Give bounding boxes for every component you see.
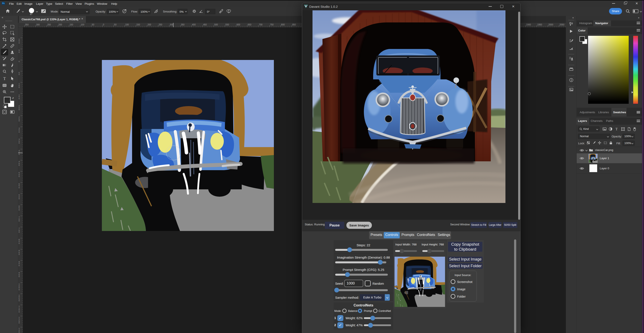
svg-text:250: 250 bbox=[159, 23, 162, 26]
svg-text:1900: 1900 bbox=[526, 23, 531, 26]
svg-text:850: 850 bbox=[292, 23, 296, 26]
svg-text:250: 250 bbox=[18, 116, 20, 122]
svg-text:200: 200 bbox=[18, 105, 20, 111]
svg-text:750: 750 bbox=[270, 23, 274, 26]
svg-text:650: 650 bbox=[248, 23, 252, 26]
svg-text:150: 150 bbox=[18, 94, 20, 100]
svg-text:250: 250 bbox=[47, 23, 51, 26]
svg-text:100: 100 bbox=[125, 23, 129, 26]
svg-text:800: 800 bbox=[18, 239, 20, 244]
svg-text:350: 350 bbox=[25, 23, 29, 26]
svg-text:50: 50 bbox=[18, 49, 20, 53]
svg-text:50: 50 bbox=[114, 23, 117, 26]
svg-text:450: 450 bbox=[18, 160, 20, 166]
svg-text:800: 800 bbox=[281, 23, 285, 26]
svg-text:50: 50 bbox=[18, 72, 20, 76]
svg-text:450: 450 bbox=[203, 23, 207, 26]
svg-text:750: 750 bbox=[18, 227, 20, 233]
svg-text:2050: 2050 bbox=[560, 23, 564, 26]
svg-text:300: 300 bbox=[18, 127, 20, 133]
svg-text:400: 400 bbox=[192, 23, 196, 26]
svg-text:2000: 2000 bbox=[548, 23, 553, 26]
svg-text:950: 950 bbox=[18, 272, 20, 278]
svg-text:200: 200 bbox=[148, 23, 151, 26]
svg-text:350: 350 bbox=[181, 23, 184, 26]
svg-text:150: 150 bbox=[136, 23, 140, 26]
svg-text:550: 550 bbox=[18, 183, 20, 189]
svg-text:100: 100 bbox=[18, 83, 20, 88]
svg-text:550: 550 bbox=[226, 23, 229, 26]
svg-text:200: 200 bbox=[58, 23, 62, 26]
svg-text:100: 100 bbox=[18, 38, 20, 44]
svg-text:600: 600 bbox=[236, 23, 240, 26]
svg-text:1150: 1150 bbox=[18, 317, 20, 324]
svg-text:300: 300 bbox=[170, 23, 174, 26]
svg-text:50: 50 bbox=[92, 23, 94, 26]
svg-text:100: 100 bbox=[81, 23, 84, 26]
svg-text:350: 350 bbox=[18, 138, 20, 144]
svg-text:1000: 1000 bbox=[18, 283, 20, 291]
svg-text:1100: 1100 bbox=[18, 305, 20, 313]
svg-text:T: T bbox=[3, 76, 6, 81]
svg-text:500: 500 bbox=[18, 172, 20, 178]
svg-text:300: 300 bbox=[36, 23, 40, 26]
svg-text:150: 150 bbox=[70, 23, 73, 26]
svg-text:900: 900 bbox=[18, 261, 20, 267]
svg-text:650: 650 bbox=[18, 205, 20, 211]
svg-text:1950: 1950 bbox=[537, 23, 542, 26]
svg-text:600: 600 bbox=[18, 194, 20, 200]
svg-text:0: 0 bbox=[103, 23, 104, 26]
svg-text:700: 700 bbox=[259, 23, 262, 26]
svg-text:0: 0 bbox=[18, 60, 20, 62]
svg-text:850: 850 bbox=[18, 250, 20, 255]
svg-text:400: 400 bbox=[18, 149, 20, 155]
svg-text:1050: 1050 bbox=[18, 294, 20, 302]
svg-text:700: 700 bbox=[18, 216, 20, 222]
svg-text:500: 500 bbox=[214, 23, 218, 26]
svg-text:1200: 1200 bbox=[18, 328, 20, 333]
svg-text:T: T bbox=[616, 127, 618, 131]
